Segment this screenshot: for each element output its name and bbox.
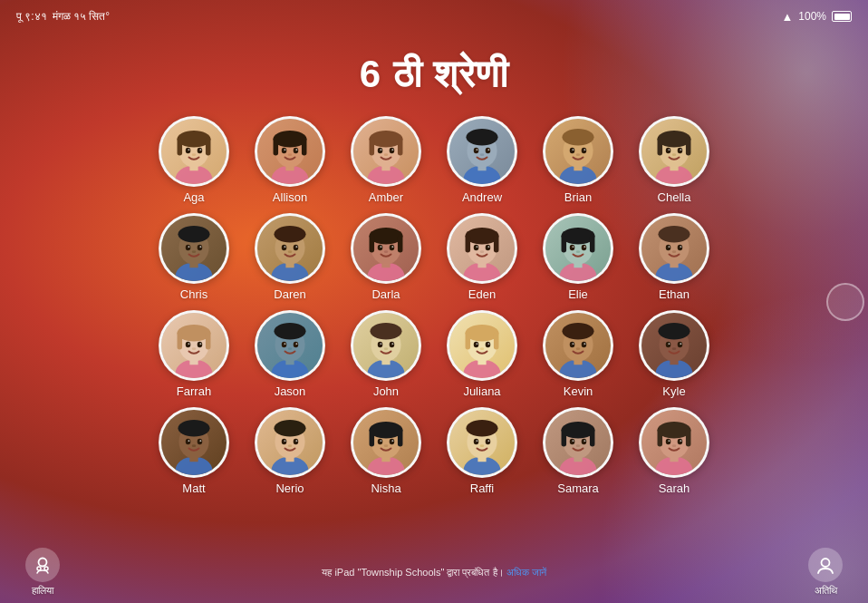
svg-point-234 [466, 420, 497, 436]
student-item-nisha[interactable]: Nisha [346, 407, 426, 495]
student-item-daren[interactable]: Daren [250, 213, 330, 301]
svg-point-154 [295, 343, 297, 345]
student-item-amber[interactable]: Amber [346, 116, 426, 204]
recent-label: हालिया [32, 585, 53, 597]
svg-point-229 [384, 444, 389, 447]
svg-point-43 [477, 149, 478, 151]
svg-point-111 [480, 250, 485, 253]
svg-point-121 [573, 246, 574, 248]
svg-point-203 [186, 439, 191, 444]
svg-rect-139 [178, 331, 183, 349]
avatar-aga [159, 116, 229, 187]
svg-point-85 [285, 246, 286, 248]
battery-icon [832, 11, 852, 22]
student-item-andrew[interactable]: Andrew [442, 116, 522, 204]
svg-point-238 [487, 440, 489, 442]
svg-rect-118 [590, 234, 595, 252]
student-name-chella: Chella [658, 190, 691, 204]
student-item-kyle[interactable]: Kyle [634, 310, 714, 398]
student-item-allison[interactable]: Allison [250, 116, 330, 204]
learn-more-link[interactable]: अधिक जानें [506, 567, 546, 578]
avatar-chris [159, 213, 229, 284]
svg-point-107 [474, 245, 479, 250]
student-name-ethan: Ethan [659, 287, 690, 301]
svg-point-217 [288, 444, 293, 447]
svg-rect-171 [466, 331, 471, 349]
student-item-farrah[interactable]: Farrah [154, 310, 234, 398]
svg-point-130 [678, 245, 683, 250]
svg-point-95 [378, 245, 383, 250]
svg-point-77 [192, 250, 197, 253]
student-name-farrah: Farrah [177, 384, 211, 398]
svg-point-265 [37, 567, 41, 570]
svg-point-143 [188, 343, 190, 345]
svg-point-165 [384, 347, 389, 350]
svg-point-22 [295, 149, 297, 151]
student-item-sarah[interactable]: Sarah [634, 407, 714, 495]
svg-point-176 [487, 343, 489, 345]
svg-point-174 [486, 342, 491, 347]
svg-rect-62 [686, 137, 691, 155]
svg-point-202 [178, 420, 209, 436]
student-item-juliana[interactable]: Juliana [442, 310, 522, 398]
svg-point-151 [282, 342, 287, 347]
student-item-chella[interactable]: Chella [634, 116, 714, 204]
battery-percent: 100% [798, 10, 826, 23]
svg-point-75 [188, 246, 190, 248]
svg-point-132 [680, 246, 681, 248]
student-item-nerio[interactable]: Nerio [250, 407, 330, 495]
svg-point-120 [582, 245, 587, 250]
svg-point-67 [672, 153, 677, 156]
svg-point-34 [391, 149, 393, 151]
svg-point-173 [474, 342, 479, 347]
student-item-matt[interactable]: Matt [154, 407, 234, 495]
student-name-raffi: Raffi [470, 481, 495, 495]
svg-point-32 [390, 148, 395, 153]
svg-point-144 [199, 343, 201, 345]
recent-button[interactable]: हालिया [25, 548, 60, 597]
avatar-sarah [639, 407, 709, 478]
wifi-icon: ▲ [781, 10, 793, 24]
svg-point-259 [666, 439, 671, 444]
avatar-kevin [543, 310, 613, 381]
svg-point-212 [274, 420, 305, 436]
student-name-nerio: Nerio [275, 481, 304, 495]
svg-rect-17 [274, 137, 279, 155]
student-item-john[interactable]: John [346, 310, 426, 398]
student-name-darla: Darla [371, 287, 400, 301]
svg-point-192 [658, 323, 690, 339]
student-item-jason[interactable]: Jason [250, 310, 330, 398]
student-item-ethan[interactable]: Ethan [634, 213, 714, 301]
student-item-samara[interactable]: Samara [538, 407, 618, 495]
avatar-daren [255, 213, 325, 284]
svg-point-182 [562, 323, 593, 339]
student-name-elie: Elie [568, 287, 588, 301]
status-bar: पू ९:४१ मंगळ १५ सित° ▲ 100% [0, 0, 868, 33]
svg-point-141 [186, 342, 191, 347]
student-item-raffi[interactable]: Raffi [442, 407, 522, 495]
class-title: 6 ठी श्रेणी [360, 53, 509, 96]
student-item-elie[interactable]: Elie [538, 213, 618, 301]
student-item-aga[interactable]: Aga [154, 116, 234, 204]
home-button[interactable] [826, 283, 864, 321]
student-item-darla[interactable]: Darla [346, 213, 426, 301]
svg-rect-18 [302, 137, 307, 155]
svg-point-108 [486, 245, 491, 250]
svg-point-74 [198, 245, 203, 250]
student-item-kevin[interactable]: Kevin [538, 310, 618, 398]
student-item-chris[interactable]: Chris [154, 213, 234, 301]
guest-button[interactable]: अतिथि [808, 548, 843, 597]
svg-point-41 [474, 148, 479, 153]
svg-point-86 [295, 246, 297, 248]
svg-point-63 [666, 148, 671, 153]
student-name-daren: Daren [274, 287, 305, 301]
svg-rect-93 [370, 234, 375, 252]
student-item-eden[interactable]: Eden [442, 213, 522, 301]
guest-icon [808, 548, 843, 582]
svg-point-153 [285, 343, 286, 345]
svg-point-66 [680, 149, 681, 151]
student-name-andrew: Andrew [462, 190, 502, 204]
svg-point-184 [582, 342, 587, 347]
svg-point-45 [480, 153, 485, 156]
student-item-brian[interactable]: Brian [538, 116, 618, 204]
